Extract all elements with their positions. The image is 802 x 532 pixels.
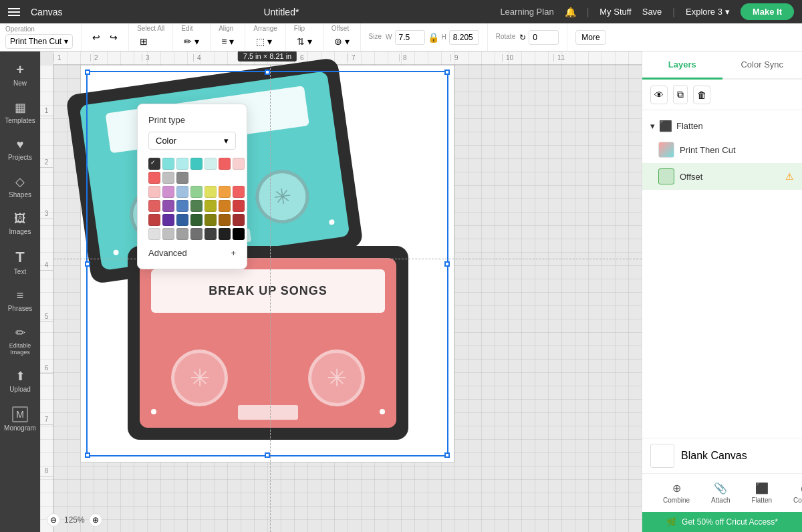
color-swatch[interactable] bbox=[233, 228, 245, 240]
layers-delete-button[interactable]: 🗑 bbox=[693, 86, 710, 104]
selection-handle-tl[interactable] bbox=[85, 70, 90, 75]
attach-button[interactable]: 📎 Attach bbox=[706, 479, 735, 507]
color-swatch[interactable] bbox=[205, 186, 217, 198]
sidebar-item-text[interactable]: T Text bbox=[3, 243, 37, 281]
layers-duplicate-button[interactable]: ⧉ bbox=[673, 85, 688, 104]
width-input[interactable] bbox=[395, 30, 425, 45]
color-swatch[interactable] bbox=[162, 200, 174, 212]
color-swatch[interactable] bbox=[176, 200, 188, 212]
sidebar-item-phrases[interactable]: ≡ Phrases bbox=[3, 283, 37, 317]
promo-label: Get 50% off Cricut Access* bbox=[682, 517, 778, 527]
left-sidebar: + New ▦ Templates ♥ Projects ◇ Shapes 🖼 … bbox=[0, 51, 40, 532]
top-navigation: Canvas Untitled* Learning Plan 🔔 | My St… bbox=[0, 0, 802, 23]
color-swatch[interactable] bbox=[190, 158, 203, 170]
selection-handle-br[interactable] bbox=[444, 452, 450, 458]
redo-button[interactable]: ↪ bbox=[107, 29, 120, 45]
edit-label: Edit bbox=[181, 25, 202, 32]
color-swatch[interactable] bbox=[233, 200, 245, 212]
arrange-button[interactable]: ⬚ ▾ bbox=[253, 33, 275, 49]
color-swatch[interactable] bbox=[162, 172, 174, 184]
selection-handle-tm[interactable] bbox=[265, 70, 270, 75]
color-swatch[interactable] bbox=[190, 228, 203, 240]
height-input[interactable] bbox=[449, 30, 479, 45]
color-swatch[interactable] bbox=[176, 172, 188, 184]
canvas-label: Canvas bbox=[31, 7, 62, 17]
selection-handle-bm[interactable] bbox=[265, 452, 270, 458]
color-swatch[interactable] bbox=[190, 214, 203, 226]
color-swatch[interactable] bbox=[176, 228, 188, 240]
color-swatch[interactable] bbox=[233, 214, 245, 226]
color-swatch[interactable] bbox=[148, 200, 160, 212]
edit-button[interactable]: ✏ ▾ bbox=[181, 33, 202, 49]
promo-bar[interactable]: 🌿 Get 50% off Cricut Access* bbox=[642, 512, 802, 532]
color-swatch[interactable] bbox=[205, 214, 217, 226]
color-swatch[interactable] bbox=[205, 200, 217, 212]
zoom-in-button[interactable]: ⊕ bbox=[89, 513, 102, 527]
color-swatch[interactable] bbox=[162, 228, 174, 240]
color-swatch[interactable] bbox=[219, 228, 231, 240]
hamburger-menu[interactable] bbox=[8, 8, 20, 16]
color-swatch[interactable] bbox=[190, 200, 203, 212]
operation-select[interactable]: Print Then Cut ▾ bbox=[5, 34, 73, 49]
color-swatch[interactable] bbox=[205, 228, 217, 240]
color-swatch[interactable] bbox=[148, 172, 160, 184]
color-swatch[interactable] bbox=[148, 228, 160, 240]
select-all-button[interactable]: ⊞ bbox=[137, 33, 150, 49]
color-swatch[interactable] bbox=[219, 214, 231, 226]
color-swatch[interactable] bbox=[233, 186, 245, 198]
sidebar-item-images[interactable]: 🖼 Images bbox=[3, 207, 37, 241]
align-button[interactable]: ≡ ▾ bbox=[219, 33, 237, 49]
color-swatch[interactable] bbox=[162, 158, 174, 170]
combine-button[interactable]: ⊕ Combine bbox=[658, 479, 695, 507]
flatten-button[interactable]: ⬛ Flatten bbox=[746, 479, 777, 507]
zoom-out-button[interactable]: ⊖ bbox=[47, 513, 60, 527]
advanced-row[interactable]: Advanced + bbox=[148, 248, 236, 258]
color-swatch[interactable] bbox=[233, 158, 245, 170]
selection-handle-ml[interactable] bbox=[85, 261, 90, 267]
color-swatch[interactable] bbox=[176, 186, 188, 198]
color-type-select[interactable]: Color ▾ bbox=[148, 132, 236, 150]
undo-button[interactable]: ↩ bbox=[90, 29, 103, 45]
explore-button[interactable]: Explore 3 ▾ bbox=[686, 7, 730, 17]
layers-eye-button[interactable]: 👁 bbox=[650, 86, 668, 104]
layer-print-then-cut[interactable]: Print Then Cut bbox=[642, 136, 802, 163]
color-swatch[interactable] bbox=[148, 214, 160, 226]
selection-handle-mr[interactable] bbox=[444, 261, 450, 267]
color-swatch[interactable] bbox=[205, 158, 217, 170]
sidebar-item-new[interactable]: + New bbox=[3, 57, 37, 92]
layer-offset[interactable]: Offset ⚠ bbox=[642, 163, 802, 190]
color-swatch[interactable] bbox=[219, 200, 231, 212]
color-swatch[interactable] bbox=[148, 186, 160, 198]
color-swatch[interactable] bbox=[219, 186, 231, 198]
color-swatch[interactable] bbox=[190, 186, 203, 198]
sidebar-item-projects[interactable]: ♥ Projects bbox=[3, 132, 37, 166]
selection-handle-tr[interactable] bbox=[444, 70, 450, 75]
sidebar-item-upload[interactable]: ⬆ Upload bbox=[3, 364, 37, 398]
my-stuff-button[interactable]: My Stuff bbox=[599, 7, 631, 17]
notification-bell-icon[interactable]: 🔔 bbox=[565, 7, 576, 17]
sidebar-item-shapes[interactable]: ◇ Shapes bbox=[3, 169, 37, 204]
save-button[interactable]: Save bbox=[642, 7, 662, 17]
color-swatch[interactable]: ✓ bbox=[148, 158, 160, 170]
color-swatch[interactable] bbox=[162, 186, 174, 198]
make-it-button[interactable]: Make It bbox=[741, 3, 794, 20]
blank-canvas-row: Blank Canvas bbox=[642, 438, 802, 473]
sidebar-item-monogram[interactable]: M Monogram bbox=[3, 401, 37, 437]
color-swatch[interactable] bbox=[219, 158, 231, 170]
contour-button[interactable]: ◎ Contour bbox=[788, 479, 802, 507]
selection-handle-bl[interactable] bbox=[85, 452, 90, 458]
tab-color-sync[interactable]: Color Sync bbox=[722, 51, 803, 80]
more-button[interactable]: More bbox=[575, 30, 606, 45]
offset-button[interactable]: ⊚ ▾ bbox=[331, 33, 352, 49]
rotate-input[interactable] bbox=[529, 30, 559, 45]
flatten-header[interactable]: ▾ ⬛ Flatten bbox=[642, 116, 802, 136]
canvas-area[interactable]: 1 2 3 4 5 6 7 8 9 10 11 1 2 3 4 5 6 7 8 bbox=[40, 51, 642, 532]
sidebar-item-templates[interactable]: ▦ Templates bbox=[3, 95, 37, 130]
flip-button[interactable]: ⇅ ▾ bbox=[294, 33, 315, 49]
color-swatch[interactable] bbox=[162, 214, 174, 226]
sidebar-item-editable-images[interactable]: ✏ Editable Images bbox=[3, 320, 37, 361]
color-swatch[interactable] bbox=[176, 214, 188, 226]
add-advanced-icon[interactable]: + bbox=[231, 248, 236, 258]
color-swatch[interactable] bbox=[176, 158, 188, 170]
tab-layers[interactable]: Layers bbox=[642, 51, 722, 80]
